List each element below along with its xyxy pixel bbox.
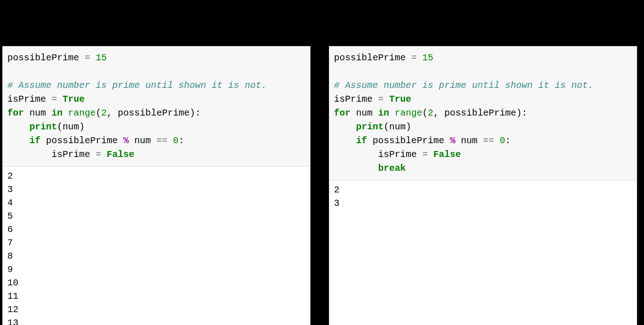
code-token: =	[52, 94, 57, 104]
code-token: isPrime	[334, 94, 378, 104]
code-token: 0	[173, 135, 178, 146]
code-token: isPrime	[334, 149, 422, 160]
code-token: :	[178, 135, 184, 146]
code-token: (num)	[384, 122, 411, 132]
code-token: 15	[417, 52, 433, 63]
code-token: in	[52, 108, 63, 118]
code-token	[334, 122, 356, 132]
code-token: (	[422, 108, 428, 118]
code-token: num	[455, 135, 483, 146]
code-token: :	[505, 135, 511, 146]
code-token: isPrime	[7, 94, 52, 104]
left-output: 2 3 4 5 6 7 8 9 10 11 12 13 14	[3, 167, 310, 325]
code-token: False	[107, 149, 134, 160]
code-token	[57, 94, 63, 104]
code-token: %	[450, 135, 455, 146]
code-token	[494, 135, 500, 146]
code-token: %	[123, 135, 129, 146]
code-token: num	[24, 108, 52, 118]
code-token: =	[96, 149, 101, 160]
comparison-container: possiblePrime = 15 # Assume number is pr…	[0, 0, 644, 325]
code-token	[7, 135, 29, 146]
code-token: , possiblePrime):	[433, 108, 527, 118]
code-token: ==	[483, 135, 494, 146]
code-token: break	[378, 163, 406, 174]
code-token: 0	[500, 135, 505, 146]
code-token: possiblePrime	[7, 52, 85, 63]
code-token	[384, 94, 389, 104]
code-token: False	[433, 149, 461, 160]
left-code: possiblePrime = 15 # Assume number is pr…	[3, 46, 310, 167]
code-token	[7, 122, 29, 132]
code-token: possiblePrime	[367, 135, 450, 146]
code-token	[334, 135, 356, 146]
code-token: num	[351, 108, 378, 118]
right-code: possiblePrime = 15 # Assume number is pr…	[329, 46, 637, 180]
code-token: 2	[101, 108, 107, 118]
code-token: =	[422, 149, 428, 160]
code-token: ==	[156, 135, 167, 146]
code-token: print	[29, 122, 57, 132]
code-token: True	[389, 94, 411, 104]
code-token: possiblePrime	[40, 135, 123, 146]
code-token	[101, 149, 107, 160]
code-token: range	[395, 108, 422, 118]
code-token: (num)	[57, 122, 85, 132]
code-token: possiblePrime	[334, 52, 411, 63]
code-token: if	[29, 135, 40, 146]
code-token: =	[85, 52, 90, 63]
code-token	[389, 108, 395, 118]
code-token: for	[334, 108, 351, 118]
code-token: =	[411, 52, 417, 63]
code-token: True	[63, 94, 85, 104]
code-token: =	[378, 94, 384, 104]
code-token: 2	[428, 108, 433, 118]
code-token: in	[378, 108, 389, 118]
code-token: print	[356, 122, 384, 132]
code-token: if	[356, 135, 367, 146]
code-token: for	[7, 108, 24, 118]
code-token: (	[96, 108, 101, 118]
code-token: 15	[90, 52, 107, 63]
code-token: isPrime	[7, 149, 96, 160]
code-token: , possiblePrime):	[107, 108, 201, 118]
code-token	[334, 163, 378, 174]
code-token	[167, 135, 173, 146]
code-token	[63, 108, 68, 118]
right-cell: possiblePrime = 15 # Assume number is pr…	[329, 46, 637, 325]
code-token: num	[129, 135, 156, 146]
code-token	[428, 149, 433, 160]
code-comment: # Assume number is prime until shown it …	[334, 80, 593, 91]
code-comment: # Assume number is prime until shown it …	[7, 80, 267, 91]
left-cell: possiblePrime = 15 # Assume number is pr…	[2, 46, 310, 325]
code-token: range	[68, 108, 96, 118]
right-output: 2 3	[329, 180, 637, 213]
